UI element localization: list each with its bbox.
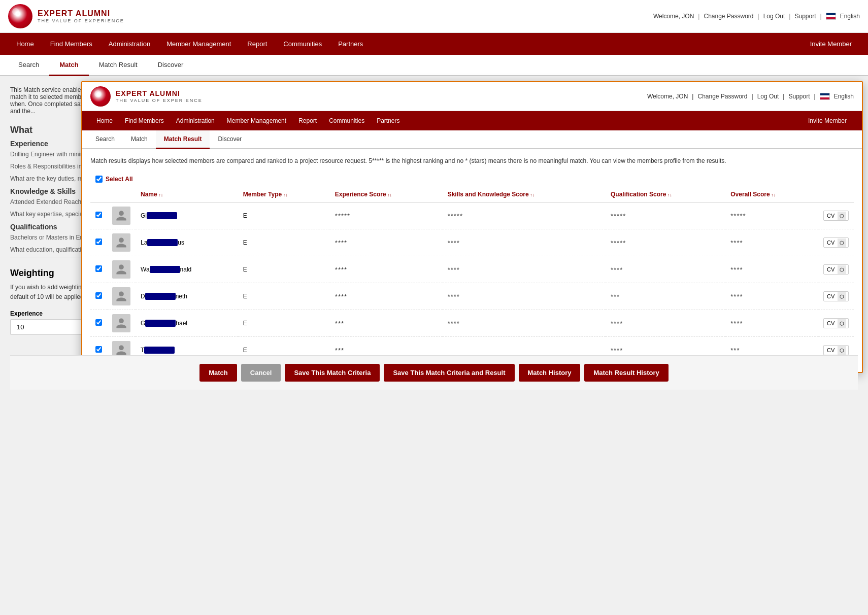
row1-name[interactable]: Gi	[136, 202, 238, 229]
separator1: |	[698, 13, 699, 20]
row4-checkbox[interactable]	[90, 283, 107, 310]
row1-type: E	[238, 202, 330, 229]
tabs-bar: Search Match Match Result Discover	[0, 55, 868, 76]
modal-flag-icon	[820, 93, 830, 100]
row4-skills: ****	[443, 283, 606, 310]
language-label[interactable]: English	[840, 13, 860, 20]
col-member-type[interactable]: Member Type	[238, 187, 330, 202]
nav-find-members[interactable]: Find Members	[42, 33, 101, 55]
match-desc: Match results displays how selected memb…	[90, 157, 854, 164]
row5-avatar	[107, 310, 136, 337]
nav-communities[interactable]: Communities	[275, 33, 330, 55]
row5-name[interactable]: G hael	[136, 310, 238, 337]
modal-invite-member[interactable]: Invite Member	[801, 111, 854, 130]
modal-support[interactable]: Support	[788, 93, 810, 100]
modal-tab-match[interactable]: Match	[123, 130, 156, 149]
row3-name[interactable]: Wa nald	[136, 256, 238, 283]
row4-cv: CV⬡	[818, 283, 854, 310]
nav-home[interactable]: Home	[8, 33, 42, 55]
row3-cv: CV⬡	[818, 256, 854, 283]
modal-tab-discover[interactable]: Discover	[210, 130, 250, 149]
modal-nav-administration[interactable]: Administration	[170, 112, 221, 129]
modal-tab-search[interactable]: Search	[87, 130, 123, 149]
row4-name[interactable]: D neth	[136, 283, 238, 310]
modal-language[interactable]: English	[834, 93, 854, 100]
nav-administration[interactable]: Administration	[101, 33, 158, 55]
modal-change-password[interactable]: Change Password	[697, 93, 747, 100]
col-qual-score[interactable]: Qualification Score	[606, 187, 725, 202]
cancel-button[interactable]: Cancel	[241, 364, 281, 382]
row2-avatar	[107, 229, 136, 256]
logout-link[interactable]: Log Out	[763, 13, 785, 20]
tab-match-result[interactable]: Match Result	[89, 55, 148, 76]
row3-checkbox[interactable]	[90, 256, 107, 283]
row3-skills: ****	[443, 256, 606, 283]
modal-nav-communities[interactable]: Communities	[323, 112, 371, 129]
modal-nav-report[interactable]: Report	[292, 112, 323, 129]
welcome-text: Welcome, JON	[653, 13, 694, 20]
tab-match[interactable]: Match	[49, 55, 89, 76]
row5-qual: ****	[606, 310, 725, 337]
modal-nav-member-management[interactable]: Member Management	[221, 112, 292, 129]
table-row: G hael E *** **** **** **** CV⬡	[90, 310, 854, 337]
col-exp-score[interactable]: Experience Score	[330, 187, 443, 202]
row1-checkbox[interactable]	[90, 202, 107, 229]
logo-circle	[8, 4, 32, 28]
row2-checkbox[interactable]	[90, 229, 107, 256]
row3-avatar	[107, 256, 136, 283]
modal-tagline: THE VALUE OF EXPERIENCE	[116, 98, 203, 104]
save-criteria-result-button[interactable]: Save This Match Criteria and Result	[384, 364, 514, 382]
modal-header: EXPERT ALUMNI THE VALUE OF EXPERIENCE We…	[82, 82, 862, 111]
save-criteria-button[interactable]: Save This Match Criteria	[285, 364, 380, 382]
select-all-checkbox[interactable]	[95, 176, 103, 183]
nav-member-management[interactable]: Member Management	[158, 33, 239, 55]
row2-skills: ****	[443, 229, 606, 256]
tagline: THE VALUE OF EXPERIENCE	[38, 18, 124, 24]
col-overall-score[interactable]: Overall Score	[725, 187, 818, 202]
nav-bar: Home Find Members Administration Member …	[0, 33, 868, 55]
match-button[interactable]: Match	[199, 364, 237, 382]
modal-header-right: Welcome, JON | Change Password | Log Out…	[647, 93, 854, 100]
row1-avatar	[107, 202, 136, 229]
tab-discover[interactable]: Discover	[148, 55, 194, 76]
brand-name: EXPERT ALUMNI	[38, 9, 124, 18]
row2-name[interactable]: La us	[136, 229, 238, 256]
row5-checkbox[interactable]	[90, 310, 107, 337]
invite-member-nav[interactable]: Invite Member	[802, 33, 860, 55]
modal-tabs: Search Match Match Result Discover	[82, 130, 862, 149]
modal-nav-home[interactable]: Home	[90, 112, 119, 129]
results-table: Name Member Type Experience Score Skills…	[90, 187, 854, 364]
support-link[interactable]: Support	[794, 13, 816, 20]
separator4: |	[820, 13, 822, 20]
select-all-row: Select All	[90, 172, 854, 187]
col-cv	[818, 187, 854, 202]
modal-nav: Home Find Members Administration Member …	[82, 111, 862, 130]
row2-exp: ****	[330, 229, 443, 256]
select-all-label: Select All	[106, 176, 133, 183]
header-right: Welcome, JON | Change Password | Log Out…	[653, 13, 860, 20]
nav-partners[interactable]: Partners	[330, 33, 371, 55]
table-row: Wa nald E **** **** **** **** CV⬡	[90, 256, 854, 283]
modal-nav-partners[interactable]: Partners	[371, 112, 406, 129]
table-row: D neth E **** **** *** **** CV⬡	[90, 283, 854, 310]
modal-overlay: EXPERT ALUMNI THE VALUE OF EXPERIENCE We…	[81, 81, 868, 533]
modal-logo-area: EXPERT ALUMNI THE VALUE OF EXPERIENCE	[90, 86, 203, 107]
separator3: |	[789, 13, 790, 20]
tab-search[interactable]: Search	[8, 55, 49, 76]
match-history-button[interactable]: Match History	[519, 364, 581, 382]
modal-tab-match-result[interactable]: Match Result	[156, 130, 210, 149]
modal-nav-find-members[interactable]: Find Members	[119, 112, 170, 129]
modal-logout[interactable]: Log Out	[757, 93, 779, 100]
table-row: La us E **** **** ***** **** CV⬡	[90, 229, 854, 256]
bottom-buttons: Match Cancel Save This Match Criteria Sa…	[10, 355, 858, 390]
col-name[interactable]: Name	[136, 187, 238, 202]
match-result-history-button[interactable]: Match Result History	[584, 364, 668, 382]
row4-exp: ****	[330, 283, 443, 310]
logo-text: EXPERT ALUMNI THE VALUE OF EXPERIENCE	[38, 9, 124, 24]
row5-overall: ****	[725, 310, 818, 337]
nav-report[interactable]: Report	[239, 33, 275, 55]
modal-logo-text: EXPERT ALUMNI THE VALUE OF EXPERIENCE	[116, 89, 203, 104]
col-skills-score[interactable]: Skills and Knowledge Score	[443, 187, 606, 202]
row5-type: E	[238, 310, 330, 337]
change-password-link[interactable]: Change Password	[704, 13, 753, 20]
